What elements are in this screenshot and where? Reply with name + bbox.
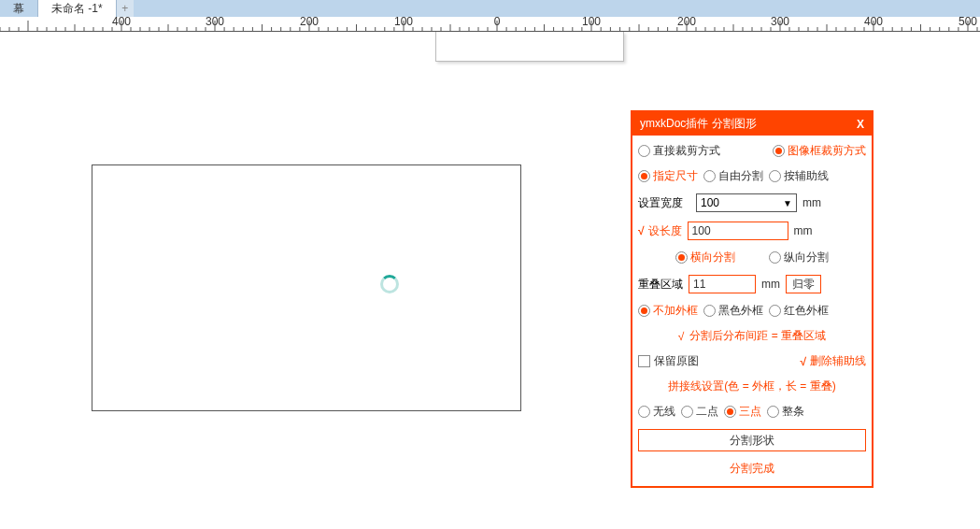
overlap-input[interactable] — [689, 275, 756, 293]
tab-prev[interactable]: 幕 — [0, 0, 38, 17]
radio-horizontal-split[interactable]: 横向分割 — [675, 250, 735, 265]
loading-spinner-icon — [380, 275, 399, 293]
width-label: 设置宽度 — [638, 195, 690, 211]
tab-untitled[interactable]: 未命名 -1* — [38, 0, 117, 17]
overlap-label: 重叠区域 — [638, 277, 683, 293]
check-set-length[interactable]: √设长度 — [638, 223, 682, 239]
radio-stitch-two[interactable]: 二点 — [681, 404, 718, 420]
radio-stitch-three[interactable]: 三点 — [724, 404, 761, 420]
radio-free-split[interactable]: 自由分割 — [703, 168, 763, 184]
page-edge — [435, 32, 624, 62]
horizontal-ruler: 4003002001000100200300400500600 — [0, 17, 980, 32]
gap-note: 分割后分布间距 = 重叠区域 — [689, 328, 826, 344]
radio-direct-crop[interactable]: 直接裁剪方式 — [638, 143, 720, 159]
tab-bar: 幕 未命名 -1* + — [0, 0, 980, 17]
radio-red-frame[interactable]: 红色外框 — [769, 303, 829, 319]
reset-overlap-button[interactable]: 归零 — [786, 275, 821, 293]
close-icon[interactable]: X — [857, 118, 864, 131]
radio-stitch-full[interactable]: 整条 — [767, 404, 804, 420]
radio-by-guides[interactable]: 按辅助线 — [769, 168, 829, 184]
chevron-down-icon: ▼ — [783, 198, 792, 208]
radio-vertical-split[interactable]: 纵向分割 — [769, 250, 829, 265]
radio-fixed-size[interactable]: 指定尺寸 — [638, 168, 698, 184]
panel-titlebar[interactable]: ymxkDoc插件 分割图形 X — [632, 112, 872, 136]
width-select[interactable]: 100▼ — [696, 193, 797, 212]
selected-rectangle[interactable] — [92, 164, 521, 411]
tab-add-button[interactable]: + — [117, 0, 134, 17]
split-shape-button[interactable]: 分割形状 — [638, 429, 866, 451]
radio-black-frame[interactable]: 黑色外框 — [703, 303, 763, 319]
panel-title-text: ymxkDoc插件 分割图形 — [640, 116, 757, 132]
split-shape-panel: ymxkDoc插件 分割图形 X 直接裁剪方式 图像框裁剪方式 指定尺寸 自由分… — [631, 110, 873, 488]
check-delete-guides[interactable]: √删除辅助线 — [800, 353, 866, 369]
radio-frame-crop[interactable]: 图像框裁剪方式 — [773, 143, 866, 159]
check-keep-original[interactable]: √保留原图 — [638, 353, 699, 369]
status-text: 分割完成 — [638, 461, 866, 477]
radio-no-frame[interactable]: 不加外框 — [638, 303, 698, 319]
length-input[interactable] — [688, 222, 788, 240]
length-unit: mm — [794, 224, 813, 237]
overlap-unit: mm — [761, 278, 780, 291]
stitch-note: 拼接线设置(色 = 外框，长 = 重叠) — [668, 379, 835, 394]
gap-tick-icon: √ — [678, 330, 685, 343]
width-unit: mm — [802, 196, 821, 209]
radio-stitch-none[interactable]: 无线 — [638, 404, 675, 420]
